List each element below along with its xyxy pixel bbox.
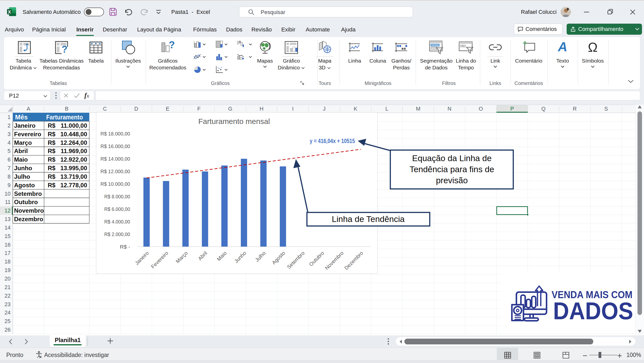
svg-text:Maio: Maio — [14, 156, 28, 163]
svg-text:R$: R$ — [48, 148, 56, 154]
svg-text:H: H — [260, 106, 264, 112]
svg-text:G: G — [228, 106, 232, 112]
svg-text:R$ 2.000,00: R$ 2.000,00 — [104, 231, 130, 237]
svg-text:F: F — [197, 106, 200, 112]
svg-text:22: 22 — [5, 293, 11, 299]
svg-text:13.995,00: 13.995,00 — [60, 165, 87, 171]
svg-text:12.922,00: 12.922,00 — [60, 156, 87, 163]
svg-text:R$: R$ — [48, 131, 56, 138]
svg-text:11: 11 — [5, 199, 11, 205]
svg-text:Dezembro: Dezembro — [14, 216, 43, 222]
svg-text:R$: R$ — [48, 165, 56, 171]
svg-text:P: P — [510, 106, 514, 112]
svg-text:7: 7 — [8, 165, 11, 171]
svg-text:Outubro: Outubro — [14, 199, 38, 205]
svg-text:4: 4 — [8, 140, 11, 146]
svg-text:21: 21 — [5, 284, 11, 290]
svg-text:14: 14 — [5, 225, 11, 231]
svg-text:15: 15 — [5, 233, 11, 239]
svg-text:I: I — [292, 106, 294, 112]
svg-text:1: 1 — [8, 114, 11, 120]
svg-text:Equação da Linha de: Equação da Linha de — [412, 154, 492, 163]
svg-text:R$: R$ — [48, 182, 56, 189]
svg-text:10.448,00: 10.448,00 — [60, 131, 87, 138]
svg-text:R$: R$ — [48, 139, 56, 146]
svg-text:Farturamento: Farturamento — [46, 114, 83, 121]
svg-text:6: 6 — [8, 157, 11, 163]
svg-text:12.778,00: 12.778,00 — [60, 182, 87, 189]
svg-text:Março: Março — [14, 139, 32, 146]
svg-text:R$: R$ — [48, 122, 56, 129]
svg-text:23: 23 — [5, 301, 11, 307]
svg-text:11.969,00: 11.969,00 — [61, 148, 87, 154]
svg-text:26: 26 — [5, 327, 11, 333]
svg-text:9: 9 — [8, 182, 11, 188]
svg-text:B: B — [65, 106, 68, 112]
svg-text:R$ 10.000,00: R$ 10.000,00 — [100, 181, 130, 187]
svg-text:8: 8 — [8, 174, 11, 180]
svg-text:5: 5 — [8, 148, 11, 154]
svg-text:Abril: Abril — [14, 148, 28, 154]
svg-text:13.719,00: 13.719,00 — [60, 173, 87, 180]
svg-text:Setembro: Setembro — [14, 190, 42, 197]
svg-text:R$: R$ — [48, 173, 56, 180]
svg-text:Linha de Tendência: Linha de Tendência — [332, 214, 405, 224]
svg-text:12.264,00: 12.264,00 — [60, 139, 87, 146]
svg-text:R$ 8.000,00: R$ 8.000,00 — [104, 194, 130, 199]
svg-text:Tendência para fins de: Tendência para fins de — [409, 165, 494, 174]
svg-text:11.000,00: 11.000,00 — [61, 122, 87, 129]
svg-text:24: 24 — [5, 310, 11, 316]
svg-text:K: K — [354, 106, 357, 112]
svg-text:J: J — [323, 106, 326, 112]
svg-text:16: 16 — [5, 242, 11, 248]
svg-text:R$ 18.000,00: R$ 18.000,00 — [100, 131, 130, 137]
svg-text:12: 12 — [5, 208, 11, 214]
svg-text:17: 17 — [5, 250, 11, 256]
svg-text:D: D — [134, 106, 138, 112]
svg-text:Novembro: Novembro — [14, 207, 44, 214]
svg-text:R$ 14.000,00: R$ 14.000,00 — [100, 156, 130, 162]
svg-text:S: S — [604, 106, 608, 112]
svg-text:L: L — [385, 106, 388, 112]
svg-text:C: C — [103, 106, 107, 112]
svg-text:10: 10 — [5, 191, 11, 197]
svg-text:previsão: previsão — [436, 176, 468, 185]
svg-text:Junho: Junho — [14, 165, 32, 171]
svg-text:13: 13 — [5, 216, 11, 222]
svg-text:Julho: Julho — [14, 173, 30, 180]
svg-text:Agosto: Agosto — [14, 182, 35, 189]
svg-text:R$ 16.000,00: R$ 16.000,00 — [100, 143, 130, 149]
svg-text:O: O — [479, 106, 483, 112]
svg-text:y = 416,04x + 10515: y = 416,04x + 10515 — [310, 138, 355, 144]
svg-text:E: E — [166, 106, 169, 112]
svg-text:3: 3 — [8, 131, 11, 137]
svg-text:R$ 6.000,00: R$ 6.000,00 — [104, 206, 130, 212]
svg-text:DADOS: DADOS — [553, 297, 633, 325]
svg-text:Q: Q — [541, 106, 546, 112]
svg-text:R$: R$ — [48, 156, 56, 163]
svg-text:18: 18 — [5, 259, 11, 265]
svg-text:Farturamento mensal: Farturamento mensal — [198, 117, 270, 125]
svg-text:M: M — [416, 106, 420, 112]
svg-text:2: 2 — [8, 123, 11, 129]
svg-text:R$ -: R$ - — [120, 244, 130, 250]
svg-text:Fevereiro: Fevereiro — [14, 131, 41, 138]
svg-text:Mês: Mês — [15, 113, 28, 121]
svg-text:N: N — [448, 106, 452, 112]
svg-text:R$ 12.000,00: R$ 12.000,00 — [100, 168, 130, 174]
svg-text:R: R — [573, 106, 577, 112]
svg-text:25: 25 — [5, 318, 11, 324]
svg-text:19: 19 — [5, 267, 11, 273]
svg-text:R$ 4.000,00: R$ 4.000,00 — [104, 219, 130, 224]
svg-text:A: A — [27, 106, 30, 112]
svg-text:Janeiro: Janeiro — [14, 122, 35, 129]
svg-text:20: 20 — [5, 276, 11, 282]
